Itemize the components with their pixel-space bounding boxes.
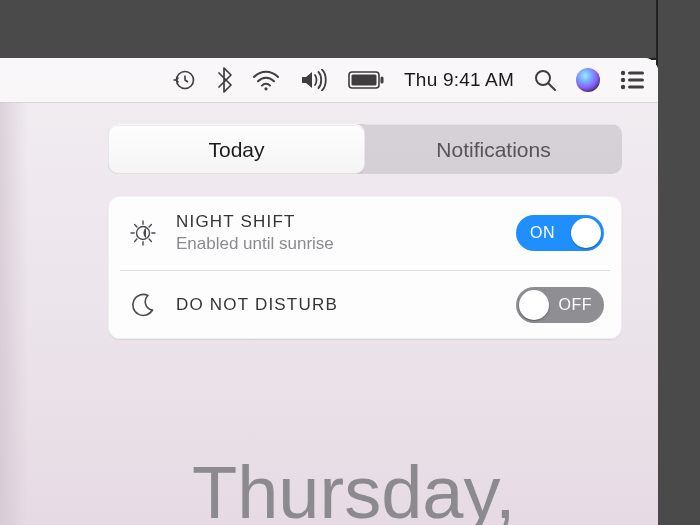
volume-icon[interactable]	[300, 58, 328, 102]
time-machine-icon[interactable]	[172, 58, 196, 102]
spotlight-icon[interactable]	[534, 58, 556, 102]
night-shift-title: NIGHT SHIFT	[176, 212, 500, 232]
night-shift-toggle[interactable]: ON	[516, 215, 604, 251]
do-not-disturb-row: DO NOT DISTURB OFF	[120, 270, 610, 339]
toggle-knob	[571, 218, 601, 248]
svg-rect-9	[628, 79, 644, 82]
svg-point-10	[621, 85, 625, 89]
svg-point-1	[264, 87, 267, 90]
tab-today[interactable]: Today	[108, 124, 365, 174]
tab-notifications[interactable]: Notifications	[365, 124, 622, 174]
svg-rect-7	[628, 72, 644, 75]
battery-icon[interactable]	[348, 58, 384, 102]
svg-point-6	[621, 71, 625, 75]
menubar: Thu 9:41 AM	[0, 58, 658, 103]
night-shift-icon	[126, 216, 160, 250]
svg-rect-4	[381, 77, 384, 84]
desktop-wallpaper-edge	[0, 102, 28, 525]
notification-center-icon[interactable]	[620, 58, 644, 102]
wifi-icon[interactable]	[252, 58, 280, 102]
svg-point-8	[621, 78, 625, 82]
bluetooth-icon[interactable]	[216, 58, 232, 102]
bezel-top	[0, 0, 700, 60]
toggle-on-label: ON	[530, 224, 555, 242]
svg-rect-11	[628, 86, 644, 89]
svg-rect-3	[352, 75, 377, 86]
siri-icon[interactable]	[576, 58, 600, 102]
dnd-labels: DO NOT DISTURB	[176, 295, 500, 315]
moon-icon	[126, 288, 160, 322]
svg-point-12	[137, 227, 150, 240]
menubar-clock[interactable]: Thu 9:41 AM	[404, 69, 514, 91]
night-shift-labels: NIGHT SHIFT Enabled until sunrise	[176, 212, 500, 254]
notification-center-panel: Today Notifications	[84, 102, 658, 525]
dnd-title: DO NOT DISTURB	[176, 295, 500, 315]
tabs: Today Notifications	[108, 124, 622, 174]
today-date-heading: Thursday,	[192, 450, 516, 525]
toggle-knob	[519, 290, 549, 320]
bezel-right	[656, 0, 700, 525]
laptop-frame: Thu 9:41 AM Today Notifi	[0, 0, 700, 525]
dnd-toggle[interactable]: OFF	[516, 287, 604, 323]
screen: Thu 9:41 AM Today Notifi	[0, 58, 658, 525]
quick-toggles-card: NIGHT SHIFT Enabled until sunrise ON	[108, 196, 622, 339]
toggle-off-label: OFF	[559, 296, 593, 314]
night-shift-subtitle: Enabled until sunrise	[176, 234, 500, 254]
night-shift-row: NIGHT SHIFT Enabled until sunrise ON	[108, 196, 622, 270]
